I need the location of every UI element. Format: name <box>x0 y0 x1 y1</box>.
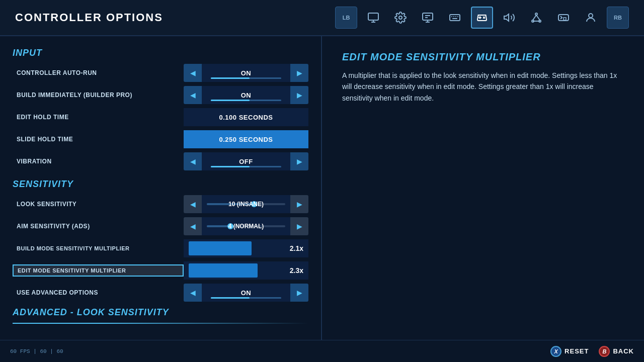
look-sensitivity-slider: 10 (INSANE) <box>202 195 290 213</box>
svg-rect-4 <box>423 13 433 20</box>
svg-point-16 <box>535 13 537 15</box>
controller-auto-run-value: ON <box>202 64 290 82</box>
back-label: BACK <box>613 347 634 355</box>
reset-label: RESET <box>565 347 589 355</box>
vibration-row: VIBRATION ◀ OFF ▶ <box>13 152 308 171</box>
action-buttons: X RESET B BACK <box>550 346 634 357</box>
slide-hold-time-value: 0.250 Seconds <box>184 130 308 148</box>
controller-auto-run-decrease[interactable]: ◀ <box>184 64 202 82</box>
edit-mode-multiplier-label: EDIT MODE SENSITIVITY MULTIPLIER <box>13 264 184 277</box>
use-advanced-options-value: ON <box>202 284 290 302</box>
edit-hold-time-value: 0.100 Seconds <box>184 108 308 126</box>
gamepad-icon[interactable] <box>552 7 575 29</box>
use-advanced-options-decrease[interactable]: ◀ <box>184 284 202 302</box>
controller-auto-run-label: CONTROLLER AUTO-RUN <box>13 67 184 78</box>
nav-icons: LB <box>335 7 629 29</box>
use-advanced-options-row: USE ADVANCED OPTIONS ◀ ON ▶ <box>13 283 308 302</box>
build-immediately-decrease[interactable]: ◀ <box>184 86 202 104</box>
vibration-label: VIBRATION <box>13 156 184 167</box>
reset-button[interactable]: X RESET <box>550 346 589 357</box>
main-content: INPUT CONTROLLER AUTO-RUN ◀ ON ▶ BUILD I… <box>0 36 644 340</box>
slide-hold-time-control: 0.250 Seconds <box>184 130 308 148</box>
monitor-icon[interactable] <box>362 7 384 29</box>
use-advanced-options-control: ◀ ON ▶ <box>184 284 308 302</box>
info-title: EDIT MODE SENSITIVITY MULTIPLIER <box>342 51 624 63</box>
look-sensitivity-decrease[interactable]: ◀ <box>184 195 202 213</box>
edit-mode-multiplier-control: 2.3x <box>184 261 308 280</box>
sensitivity-section-header: SENSITIVITY <box>13 179 308 190</box>
build-immediately-row: BUILD IMMEDIATELY (BUILDER PRO) ◀ ON ▶ <box>13 85 308 105</box>
slide-hold-time-label: SLIDE HOLD TIME <box>13 134 184 145</box>
svg-marker-15 <box>504 14 509 21</box>
look-sensitivity-increase[interactable]: ▶ <box>290 195 308 213</box>
aim-sensitivity-decrease[interactable]: ◀ <box>184 217 202 235</box>
rb-icon[interactable]: RB <box>607 7 629 29</box>
svg-point-23 <box>589 14 593 18</box>
keyboard-icon[interactable] <box>444 7 466 29</box>
gear-icon[interactable] <box>389 7 412 29</box>
back-badge: B <box>599 346 610 357</box>
aim-sensitivity-increase[interactable]: ▶ <box>290 217 308 235</box>
vibration-decrease[interactable]: ◀ <box>184 152 202 170</box>
vibration-increase[interactable]: ▶ <box>290 152 308 170</box>
controller-auto-run-increase[interactable]: ▶ <box>290 64 308 82</box>
aim-sensitivity-control: ◀ 4 (NORMAL) ▶ <box>184 217 308 235</box>
audio-icon[interactable] <box>498 7 520 29</box>
aim-sensitivity-label: AIM SENSITIVITY (ADS) <box>13 221 184 232</box>
look-sensitivity-row: LOOK SENSITIVITY ◀ 10 (INSANE) ▶ <box>13 195 308 214</box>
top-bar: CONTROLLER OPTIONS LB <box>0 0 644 36</box>
svg-line-19 <box>533 15 536 20</box>
build-immediately-control: ◀ ON ▶ <box>184 86 308 104</box>
edit-mode-multiplier-row: EDIT MODE SENSITIVITY MULTIPLIER 2.3x <box>13 261 308 280</box>
advanced-section-header: ADVANCED - LOOK SENSITIVITY <box>13 307 308 318</box>
vibration-control: ◀ OFF ▶ <box>184 152 308 170</box>
right-panel: EDIT MODE SENSITIVITY MULTIPLIER A multi… <box>322 36 644 340</box>
network-icon[interactable] <box>525 7 547 29</box>
look-sensitivity-control: ◀ 10 (INSANE) ▶ <box>184 195 308 213</box>
build-immediately-value: ON <box>202 86 290 104</box>
account-icon[interactable] <box>580 7 602 29</box>
aim-sensitivity-row: AIM SENSITIVITY (ADS) ◀ 4 (NORMAL) ▶ <box>13 217 308 236</box>
back-button[interactable]: B BACK <box>599 346 634 357</box>
bottom-bar: 60 FPS | 60 | 60 X RESET B BACK <box>0 340 644 362</box>
fps-display: 60 FPS | 60 | 60 <box>10 348 63 354</box>
build-mode-multiplier-control: 2.1x <box>184 239 308 257</box>
advanced-divider <box>13 323 308 324</box>
svg-line-20 <box>536 15 540 20</box>
svg-rect-9 <box>450 15 460 21</box>
left-panel: INPUT CONTROLLER AUTO-RUN ◀ ON ▶ BUILD I… <box>0 36 322 340</box>
input-section-header: INPUT <box>13 48 308 58</box>
vibration-value: OFF <box>202 152 290 170</box>
controller-auto-run-control: ◀ ON ▶ <box>184 64 308 82</box>
use-advanced-options-label: USE ADVANCED OPTIONS <box>13 287 184 298</box>
edit-hold-time-control: 0.100 Seconds <box>184 108 308 126</box>
edit-hold-time-label: EDIT HOLD TIME <box>13 112 184 123</box>
build-mode-multiplier-row: BUILD MODE SENSITIVITY MULTIPLIER 2.1x <box>13 239 308 258</box>
build-immediately-increase[interactable]: ▶ <box>290 86 308 104</box>
lb-icon[interactable]: LB <box>335 7 357 29</box>
controller-icon[interactable] <box>471 7 493 29</box>
edit-hold-time-row: EDIT HOLD TIME 0.100 Seconds <box>13 108 308 127</box>
look-sensitivity-label: LOOK SENSITIVITY <box>13 199 184 210</box>
svg-rect-0 <box>368 13 378 20</box>
page-title: CONTROLLER OPTIONS <box>15 11 163 24</box>
edit-mode-multiplier-slider: 2.3x <box>184 261 308 280</box>
build-mode-multiplier-slider: 2.1x <box>184 239 308 257</box>
use-advanced-options-increase[interactable]: ▶ <box>290 284 308 302</box>
controller-auto-run-row: CONTROLLER AUTO-RUN ◀ ON ▶ <box>13 63 308 82</box>
info-description: A multiplier that is applied to the look… <box>342 70 624 104</box>
slide-hold-time-row: SLIDE HOLD TIME 0.250 Seconds <box>13 130 308 149</box>
display-settings-icon[interactable] <box>417 7 439 29</box>
aim-sensitivity-slider: 4 (NORMAL) <box>202 217 290 235</box>
build-mode-multiplier-label: BUILD MODE SENSITIVITY MULTIPLIER <box>13 243 184 253</box>
reset-badge: X <box>550 346 561 357</box>
svg-point-3 <box>399 16 402 19</box>
build-immediately-label: BUILD IMMEDIATELY (BUILDER PRO) <box>13 89 184 101</box>
